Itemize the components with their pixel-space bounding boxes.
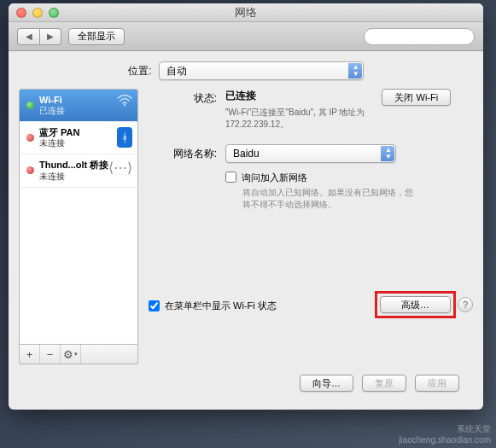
status-label: 状态:: [149, 89, 225, 131]
network-name-value: Baidu: [233, 148, 260, 160]
ask-join-checkbox[interactable]: [225, 172, 236, 183]
location-label: 位置:: [128, 64, 151, 79]
status-description: "Wi-Fi"已连接至"Baidu", 其 IP 地址为 172.22.239.…: [225, 107, 365, 131]
back-button[interactable]: ◀: [17, 28, 39, 45]
apply-button[interactable]: 应用: [415, 375, 459, 392]
gear-icon: ⚙: [63, 348, 73, 361]
service-item-wifi[interactable]: Wi-Fi 已连接: [20, 90, 137, 122]
toolbar: ◀ ▶ 全部显示 🔍: [9, 22, 483, 51]
list-buttons: + − ⚙▾: [19, 345, 138, 364]
turn-off-wifi-button[interactable]: 关闭 Wi-Fi: [382, 89, 451, 106]
nav-segment: ◀ ▶: [17, 28, 61, 45]
status-dot-icon: [26, 134, 34, 142]
watermark: 系统天堂 jiaocheng.shaodian.com: [399, 423, 491, 445]
network-name-label: 网络名称:: [149, 144, 225, 211]
advanced-button[interactable]: 高级…: [380, 296, 451, 313]
status-dot-icon: [26, 166, 34, 174]
sidebar: Wi-Fi 已连接 蓝牙 PAN 未连接 ᚼ: [19, 89, 138, 364]
revert-button[interactable]: 复原: [362, 375, 406, 392]
svg-point-0: [124, 104, 125, 106]
forward-button[interactable]: ▶: [39, 28, 61, 45]
location-value: 自动: [166, 64, 187, 79]
preferences-window: 网络 ◀ ▶ 全部显示 🔍 位置: 自动 ▲▼: [9, 3, 483, 410]
detail-pane: 状态: 已连接 "Wi-Fi"已连接至"Baidu", 其 IP 地址为 172…: [149, 89, 473, 364]
service-list[interactable]: Wi-Fi 已连接 蓝牙 PAN 未连接 ᚼ: [19, 89, 138, 345]
thunderbolt-icon: ⟨⋯⟩: [108, 160, 132, 176]
footer-buttons: 向导… 复原 应用: [19, 364, 473, 392]
remove-service-button[interactable]: −: [40, 345, 61, 364]
location-popup[interactable]: 自动 ▲▼: [159, 61, 364, 80]
window-title: 网络: [9, 5, 483, 20]
search-input[interactable]: [364, 28, 475, 45]
status-dot-icon: [26, 102, 34, 109]
show-menubar-checkbox[interactable]: [149, 300, 160, 311]
status-value: 已连接: [225, 89, 365, 103]
show-all-button[interactable]: 全部显示: [68, 28, 125, 45]
service-item-thunderbolt[interactable]: Thund...olt 桥接 未连接 ⟨⋯⟩: [20, 154, 137, 187]
service-item-bluetooth[interactable]: 蓝牙 PAN 未连接 ᚼ: [20, 122, 137, 154]
network-name-popup[interactable]: Baidu ▲▼: [225, 144, 396, 163]
location-row: 位置: 自动 ▲▼: [19, 61, 473, 80]
gear-button[interactable]: ⚙▾: [61, 345, 81, 364]
wifi-icon: [117, 95, 132, 110]
titlebar: 网络: [9, 3, 483, 22]
help-button[interactable]: ?: [458, 297, 473, 312]
show-menubar-label: 在菜单栏中显示 Wi-Fi 状态: [165, 300, 277, 312]
ask-join-description: 将自动加入已知网络。如果没有已知网络，您将不得不手动选择网络。: [242, 187, 413, 211]
wizard-button[interactable]: 向导…: [300, 375, 353, 392]
ask-join-label: 询问加入新网络: [242, 172, 307, 184]
bluetooth-icon: ᚼ: [117, 127, 132, 148]
add-service-button[interactable]: +: [20, 345, 40, 364]
